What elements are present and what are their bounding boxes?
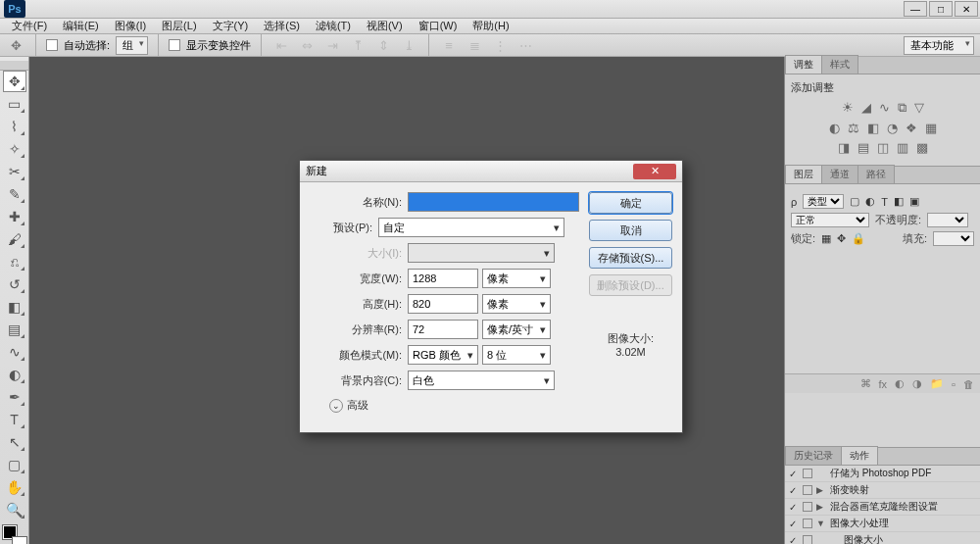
move-tool[interactable]: ✥ — [3, 71, 26, 92]
brush-tool[interactable]: 🖌 — [3, 228, 26, 250]
group-icon[interactable]: 📁 — [930, 377, 944, 390]
photo-filter-icon[interactable]: ◔ — [887, 121, 898, 135]
threshold-icon[interactable]: ◫ — [877, 140, 889, 155]
eraser-tool[interactable]: ◧ — [3, 296, 26, 318]
shape-tool[interactable]: ▢ — [3, 454, 26, 475]
bw-icon[interactable]: ◧ — [867, 121, 879, 135]
pen-tool[interactable]: ✒ — [3, 386, 26, 408]
action-row[interactable]: ✓▶混合器画笔克隆绘图设置 — [785, 499, 980, 516]
gradient-tool[interactable]: ▤ — [3, 319, 26, 340]
height-input[interactable] — [408, 294, 478, 314]
bgcontent-select[interactable]: 白色 — [408, 371, 555, 390]
link-icon[interactable]: ⌘ — [860, 377, 871, 390]
colormode-select[interactable]: RGB 颜色 — [408, 345, 478, 365]
wand-tool[interactable]: ✧ — [3, 138, 26, 160]
dodge-tool[interactable]: ◐ — [3, 364, 26, 385]
heal-tool[interactable]: ✚ — [3, 206, 26, 227]
vibrance-icon[interactable]: ▽ — [914, 100, 924, 116]
menu-help[interactable]: 帮助(H) — [465, 19, 516, 33]
adjustment-icon[interactable]: ◑ — [912, 377, 922, 390]
resolution-unit-select[interactable]: 像素/英寸 — [482, 320, 551, 339]
stamp-tool[interactable]: ⎌ — [3, 251, 26, 272]
type-tool[interactable]: T — [3, 409, 26, 430]
gradient-map-icon[interactable]: ▥ — [897, 140, 908, 155]
tab-channels[interactable]: 通道 — [821, 165, 858, 183]
tab-history[interactable]: 历史记录 — [785, 446, 842, 465]
action-row[interactable]: ✓▶渐变映射 — [785, 482, 980, 499]
auto-select-checkbox[interactable] — [46, 39, 58, 51]
menu-edit[interactable]: 编辑(E) — [55, 19, 107, 33]
color-swatches[interactable] — [3, 525, 26, 544]
filter-adjust-icon[interactable]: ◐ — [865, 195, 875, 208]
name-input[interactable] — [408, 192, 579, 212]
curves-icon[interactable]: ∿ — [879, 100, 890, 116]
menu-filter[interactable]: 滤镜(T) — [308, 19, 359, 33]
posterize-icon[interactable]: ▤ — [858, 140, 869, 155]
blur-tool[interactable]: ∿ — [3, 341, 26, 363]
fx-icon[interactable]: fx — [879, 378, 888, 390]
menu-window[interactable]: 窗口(W) — [411, 19, 466, 33]
hand-tool[interactable]: ✋ — [3, 476, 26, 498]
action-row[interactable]: ✓仔储为 Photoshop PDF — [785, 466, 980, 482]
width-unit-select[interactable]: 像素 — [482, 269, 551, 288]
tab-styles[interactable]: 样式 — [821, 55, 858, 74]
bitdepth-select[interactable]: 8 位 — [482, 345, 551, 365]
action-row[interactable]: ✓图像大小 — [785, 532, 980, 544]
mask-icon[interactable]: ◐ — [895, 377, 905, 390]
minimize-button[interactable]: — — [904, 1, 927, 17]
width-input[interactable] — [408, 269, 478, 288]
blend-mode-select[interactable]: 正常 — [791, 213, 869, 227]
eyedropper-tool[interactable]: ✎ — [3, 183, 26, 205]
mixer-icon[interactable]: ❖ — [906, 121, 917, 135]
action-row[interactable]: ✓▼图像大小处理 — [785, 516, 980, 532]
preset-select[interactable]: 自定 — [378, 218, 564, 237]
workspace-switcher[interactable]: 基本功能 — [904, 36, 974, 55]
trash-icon[interactable]: 🗑 — [963, 378, 974, 390]
marquee-tool[interactable]: ▭ — [3, 93, 26, 115]
menu-layer[interactable]: 图层(L) — [154, 19, 204, 33]
menu-select[interactable]: 选择(S) — [256, 19, 308, 33]
filter-pixel-icon[interactable]: ▢ — [850, 195, 859, 208]
lock-all-icon[interactable]: 🔒 — [852, 232, 865, 245]
path-tool[interactable]: ↖ — [3, 431, 26, 453]
ok-button[interactable]: 确定 — [589, 192, 672, 214]
menu-file[interactable]: 文件(F) — [4, 19, 55, 33]
exposure-icon[interactable]: ⧉ — [898, 100, 906, 116]
filter-shape-icon[interactable]: ◧ — [894, 195, 904, 208]
tab-paths[interactable]: 路径 — [858, 165, 895, 183]
brightness-icon[interactable]: ☀ — [842, 100, 854, 116]
tab-layers[interactable]: 图层 — [785, 165, 822, 183]
lookup-icon[interactable]: ▦ — [925, 121, 937, 135]
levels-icon[interactable]: ◢ — [861, 100, 871, 116]
opacity-select[interactable] — [927, 213, 968, 227]
zoom-tool[interactable]: 🔍 — [3, 499, 26, 520]
close-window-button[interactable]: ✕ — [955, 1, 978, 17]
filter-type-icon[interactable]: T — [881, 196, 888, 208]
filter-smart-icon[interactable]: ▣ — [909, 195, 919, 208]
menu-type[interactable]: 文字(Y) — [205, 19, 257, 33]
tab-actions[interactable]: 动作 — [841, 446, 878, 465]
cancel-button[interactable]: 取消 — [589, 220, 672, 241]
maximize-button[interactable]: □ — [929, 1, 953, 17]
hue-icon[interactable]: ◐ — [829, 121, 840, 135]
fill-select[interactable] — [933, 231, 974, 246]
save-preset-button[interactable]: 存储预设(S)... — [589, 247, 672, 269]
lasso-tool[interactable]: ⌇ — [3, 116, 26, 137]
auto-select-target[interactable]: 组 — [116, 36, 148, 55]
menu-image[interactable]: 图像(I) — [107, 19, 154, 33]
lock-pixels-icon[interactable]: ▦ — [821, 232, 831, 245]
dialog-close-button[interactable]: ✕ — [633, 164, 676, 179]
lock-position-icon[interactable]: ✥ — [837, 232, 846, 245]
height-unit-select[interactable]: 像素 — [482, 294, 551, 314]
menu-view[interactable]: 视图(V) — [359, 19, 411, 33]
tab-adjustments[interactable]: 调整 — [785, 55, 822, 74]
resolution-input[interactable] — [408, 320, 478, 339]
balance-icon[interactable]: ⚖ — [848, 121, 859, 135]
crop-tool[interactable]: ✂ — [3, 161, 26, 182]
move-tool-icon[interactable]: ✥ — [6, 35, 25, 55]
history-brush-tool[interactable]: ↺ — [3, 273, 26, 295]
selective-color-icon[interactable]: ▩ — [916, 140, 928, 155]
invert-icon[interactable]: ◨ — [838, 140, 850, 155]
new-layer-icon[interactable]: ▫ — [952, 378, 956, 390]
advanced-toggle[interactable]: ⌄ 高级 — [329, 398, 579, 413]
